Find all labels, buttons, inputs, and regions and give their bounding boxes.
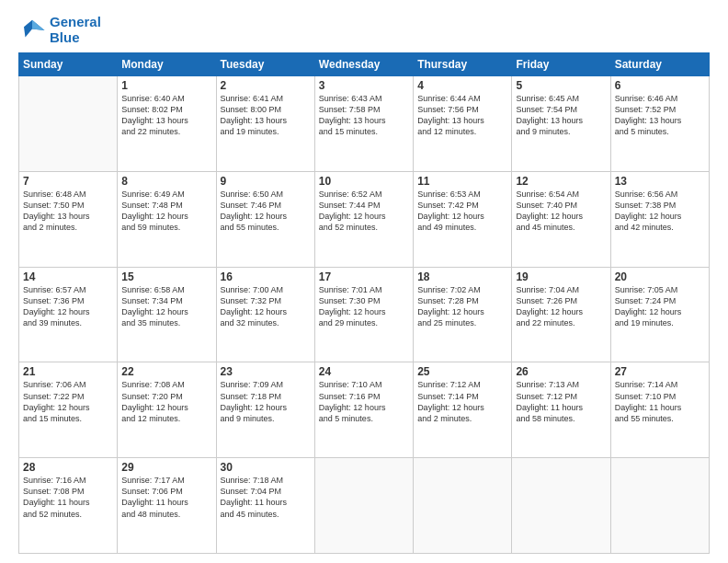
- day-number: 14: [23, 270, 113, 283]
- calendar-row: 7Sunrise: 6:48 AM Sunset: 7:50 PM Daylig…: [19, 171, 710, 267]
- header-thursday: Thursday: [414, 53, 512, 76]
- table-row: 8Sunrise: 6:49 AM Sunset: 7:48 PM Daylig…: [118, 171, 216, 267]
- top-section: General Blue: [18, 15, 710, 45]
- day-number: 7: [23, 175, 113, 188]
- table-row: 30Sunrise: 7:18 AM Sunset: 7:04 PM Dayli…: [216, 458, 314, 554]
- day-number: 12: [516, 175, 606, 188]
- table-row: 12Sunrise: 6:54 AM Sunset: 7:40 PM Dayli…: [512, 171, 610, 267]
- day-info: Sunrise: 6:40 AM Sunset: 8:02 PM Dayligh…: [121, 93, 211, 138]
- table-row: 28Sunrise: 7:16 AM Sunset: 7:08 PM Dayli…: [19, 458, 118, 554]
- svg-marker-1: [32, 19, 45, 29]
- table-row: [314, 458, 413, 554]
- header-saturday: Saturday: [610, 53, 709, 76]
- day-info: Sunrise: 7:17 AM Sunset: 7:06 PM Dayligh…: [121, 475, 211, 520]
- day-info: Sunrise: 7:16 AM Sunset: 7:08 PM Dayligh…: [23, 475, 113, 520]
- day-info: Sunrise: 7:05 AM Sunset: 7:24 PM Dayligh…: [615, 284, 705, 329]
- table-row: 21Sunrise: 7:06 AM Sunset: 7:22 PM Dayli…: [19, 362, 118, 458]
- day-number: 30: [221, 461, 311, 474]
- header-monday: Monday: [118, 53, 216, 76]
- page: General Blue Sunday Monday Tuesday Wedne…: [0, 0, 728, 563]
- day-number: 26: [516, 365, 606, 378]
- day-info: Sunrise: 6:45 AM Sunset: 7:54 PM Dayligh…: [516, 93, 606, 138]
- day-info: Sunrise: 7:08 AM Sunset: 7:20 PM Dayligh…: [121, 379, 211, 424]
- day-number: 3: [319, 79, 409, 92]
- table-row: 13Sunrise: 6:56 AM Sunset: 7:38 PM Dayli…: [610, 171, 709, 267]
- table-row: 25Sunrise: 7:12 AM Sunset: 7:14 PM Dayli…: [414, 362, 512, 458]
- table-row: 16Sunrise: 7:00 AM Sunset: 7:32 PM Dayli…: [216, 267, 314, 362]
- day-info: Sunrise: 6:43 AM Sunset: 7:58 PM Dayligh…: [319, 93, 409, 138]
- day-number: 1: [121, 79, 211, 92]
- table-row: 27Sunrise: 7:14 AM Sunset: 7:10 PM Dayli…: [610, 362, 709, 458]
- day-number: 21: [23, 365, 113, 378]
- table-row: 2Sunrise: 6:41 AM Sunset: 8:00 PM Daylig…: [216, 76, 314, 172]
- day-info: Sunrise: 7:00 AM Sunset: 7:32 PM Dayligh…: [221, 284, 311, 329]
- day-number: 24: [319, 365, 409, 378]
- calendar-row: 1Sunrise: 6:40 AM Sunset: 8:02 PM Daylig…: [19, 76, 710, 172]
- table-row: [512, 458, 610, 554]
- day-info: Sunrise: 7:06 AM Sunset: 7:22 PM Dayligh…: [23, 379, 113, 424]
- table-row: 5Sunrise: 6:45 AM Sunset: 7:54 PM Daylig…: [512, 76, 610, 172]
- table-row: 22Sunrise: 7:08 AM Sunset: 7:20 PM Dayli…: [118, 362, 216, 458]
- table-row: 17Sunrise: 7:01 AM Sunset: 7:30 PM Dayli…: [314, 267, 413, 362]
- day-info: Sunrise: 7:12 AM Sunset: 7:14 PM Dayligh…: [417, 379, 507, 424]
- day-number: 19: [516, 270, 606, 283]
- calendar-row: 14Sunrise: 6:57 AM Sunset: 7:36 PM Dayli…: [19, 267, 710, 362]
- table-row: 19Sunrise: 7:04 AM Sunset: 7:26 PM Dayli…: [512, 267, 610, 362]
- logo: General Blue: [18, 15, 101, 45]
- day-info: Sunrise: 6:52 AM Sunset: 7:44 PM Dayligh…: [319, 189, 409, 234]
- day-number: 11: [417, 175, 507, 188]
- day-info: Sunrise: 6:50 AM Sunset: 7:46 PM Dayligh…: [221, 189, 311, 234]
- day-number: 10: [319, 175, 409, 188]
- table-row: 1Sunrise: 6:40 AM Sunset: 8:02 PM Daylig…: [118, 76, 216, 172]
- header-tuesday: Tuesday: [216, 53, 314, 76]
- table-row: 24Sunrise: 7:10 AM Sunset: 7:16 PM Dayli…: [314, 362, 413, 458]
- table-row: [414, 458, 512, 554]
- logo-bird-icon: [18, 17, 46, 44]
- day-info: Sunrise: 7:13 AM Sunset: 7:12 PM Dayligh…: [516, 379, 606, 424]
- day-number: 28: [23, 461, 113, 474]
- day-info: Sunrise: 6:54 AM Sunset: 7:40 PM Dayligh…: [516, 189, 606, 234]
- table-row: [19, 76, 118, 172]
- header-friday: Friday: [512, 53, 610, 76]
- day-info: Sunrise: 6:41 AM Sunset: 8:00 PM Dayligh…: [221, 93, 311, 138]
- day-number: 5: [516, 79, 606, 92]
- day-info: Sunrise: 7:10 AM Sunset: 7:16 PM Dayligh…: [319, 379, 409, 424]
- day-number: 27: [615, 365, 705, 378]
- table-row: 9Sunrise: 6:50 AM Sunset: 7:46 PM Daylig…: [216, 171, 314, 267]
- calendar-table: Sunday Monday Tuesday Wednesday Thursday…: [18, 52, 710, 554]
- table-row: 15Sunrise: 6:58 AM Sunset: 7:34 PM Dayli…: [118, 267, 216, 362]
- header-wednesday: Wednesday: [314, 53, 413, 76]
- table-row: 4Sunrise: 6:44 AM Sunset: 7:56 PM Daylig…: [414, 76, 512, 172]
- calendar-row: 28Sunrise: 7:16 AM Sunset: 7:08 PM Dayli…: [19, 458, 710, 554]
- day-number: 13: [615, 175, 705, 188]
- table-row: 7Sunrise: 6:48 AM Sunset: 7:50 PM Daylig…: [19, 171, 118, 267]
- table-row: 20Sunrise: 7:05 AM Sunset: 7:24 PM Dayli…: [610, 267, 709, 362]
- day-number: 29: [121, 461, 211, 474]
- day-number: 22: [121, 365, 211, 378]
- day-info: Sunrise: 6:44 AM Sunset: 7:56 PM Dayligh…: [417, 93, 507, 138]
- calendar-row: 21Sunrise: 7:06 AM Sunset: 7:22 PM Dayli…: [19, 362, 710, 458]
- day-info: Sunrise: 7:18 AM Sunset: 7:04 PM Dayligh…: [221, 475, 311, 520]
- day-number: 15: [121, 270, 211, 283]
- table-row: 3Sunrise: 6:43 AM Sunset: 7:58 PM Daylig…: [314, 76, 413, 172]
- day-number: 8: [121, 175, 211, 188]
- day-info: Sunrise: 6:48 AM Sunset: 7:50 PM Dayligh…: [23, 189, 113, 234]
- header-row: Sunday Monday Tuesday Wednesday Thursday…: [19, 53, 710, 76]
- day-info: Sunrise: 6:53 AM Sunset: 7:42 PM Dayligh…: [417, 189, 507, 234]
- day-number: 23: [221, 365, 311, 378]
- table-row: 29Sunrise: 7:17 AM Sunset: 7:06 PM Dayli…: [118, 458, 216, 554]
- table-row: 11Sunrise: 6:53 AM Sunset: 7:42 PM Dayli…: [414, 171, 512, 267]
- day-info: Sunrise: 6:58 AM Sunset: 7:34 PM Dayligh…: [121, 284, 211, 329]
- table-row: 6Sunrise: 6:46 AM Sunset: 7:52 PM Daylig…: [610, 76, 709, 172]
- logo-text: General Blue: [50, 15, 101, 45]
- day-number: 4: [417, 79, 507, 92]
- day-number: 18: [417, 270, 507, 283]
- table-row: 10Sunrise: 6:52 AM Sunset: 7:44 PM Dayli…: [314, 171, 413, 267]
- header-sunday: Sunday: [19, 53, 118, 76]
- day-info: Sunrise: 6:56 AM Sunset: 7:38 PM Dayligh…: [615, 189, 705, 234]
- day-number: 6: [615, 79, 705, 92]
- day-number: 2: [221, 79, 311, 92]
- day-info: Sunrise: 6:46 AM Sunset: 7:52 PM Dayligh…: [615, 93, 705, 138]
- day-info: Sunrise: 7:09 AM Sunset: 7:18 PM Dayligh…: [221, 379, 311, 424]
- day-info: Sunrise: 7:02 AM Sunset: 7:28 PM Dayligh…: [417, 284, 507, 329]
